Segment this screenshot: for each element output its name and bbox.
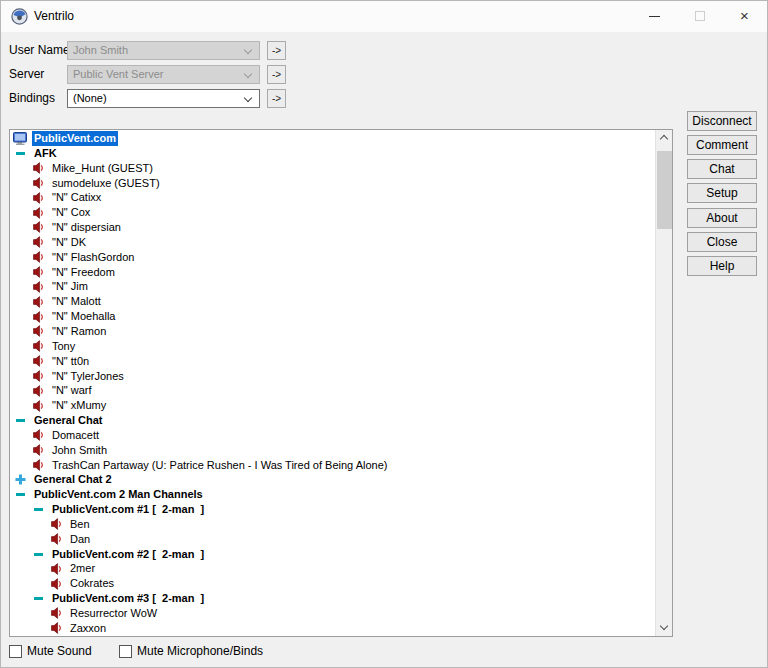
tree-item-channel[interactable]: General Chat: [10, 413, 655, 428]
scrollbar-thumb[interactable]: [657, 151, 672, 229]
speaker-icon: [31, 236, 46, 248]
tree-item-user[interactable]: Mike_Hunt (GUEST): [10, 161, 655, 176]
tree-item-user[interactable]: "N" FlashGordon: [10, 250, 655, 265]
speaker-icon: [31, 221, 46, 233]
tree-item-user[interactable]: TrashCan Partaway (U: Patrice Rushen - I…: [10, 458, 655, 473]
bindings-edit-button[interactable]: ->: [267, 89, 286, 108]
tree-item-label: Ben: [68, 517, 92, 532]
tree-item-label: Mike_Hunt (GUEST): [50, 161, 155, 176]
tree-item-user[interactable]: "N" TylerJones: [10, 369, 655, 384]
tree-item-user[interactable]: "N" DK: [10, 235, 655, 250]
collapse-icon[interactable]: [13, 489, 28, 500]
expand-icon[interactable]: [13, 474, 28, 485]
tree-item-label: sumodeluxe (GUEST): [50, 176, 162, 191]
speaker-icon: [49, 533, 64, 545]
scroll-up-icon[interactable]: [656, 130, 673, 146]
tree-item-label: "N" Freedom: [50, 265, 117, 280]
tree-item-label: "N" Ramon: [50, 324, 108, 339]
collapse-icon[interactable]: [13, 148, 28, 159]
speaker-icon: [49, 518, 64, 530]
speaker-icon: [31, 266, 46, 278]
tree-item-user[interactable]: "N" Jim: [10, 279, 655, 294]
tree-item-channel[interactable]: PublicVent.com 2 Man Channels: [10, 487, 655, 502]
tree-item-label: "N" Catixx: [50, 190, 103, 205]
tree-item-user[interactable]: "N" warf: [10, 383, 655, 398]
tree-item-label: PublicVent.com #3 [ 2-man ]: [50, 591, 206, 606]
tree-item-user[interactable]: "N" Ramon: [10, 324, 655, 339]
disconnect-button[interactable]: Disconnect: [687, 111, 757, 131]
help-button[interactable]: Help: [687, 256, 757, 276]
tree-item-user[interactable]: Ben: [10, 517, 655, 532]
comment-button[interactable]: Comment: [687, 135, 757, 155]
close-button[interactable]: ×: [722, 1, 767, 31]
about-button[interactable]: About: [687, 208, 757, 228]
mute-sound-checkbox[interactable]: [9, 645, 22, 658]
tree-item-user[interactable]: Cokrates: [10, 576, 655, 591]
tree-item-label: PublicVent.com #2 [ 2-man ]: [50, 547, 206, 562]
tree-item-user[interactable]: "N" Freedom: [10, 265, 655, 280]
scroll-down-icon[interactable]: [656, 620, 673, 636]
speaker-icon: [49, 622, 64, 634]
speaker-icon: [31, 355, 46, 367]
collapse-icon[interactable]: [31, 549, 46, 560]
collapse-icon[interactable]: [13, 415, 28, 426]
tree-item-user[interactable]: 2mer: [10, 561, 655, 576]
speaker-icon: [31, 207, 46, 219]
close-action-button[interactable]: Close: [687, 232, 757, 252]
tree-item-channel[interactable]: PublicVent.com #3 [ 2-man ]: [10, 591, 655, 606]
tree-item-channel[interactable]: PublicVent.com #1 [ 2-man ]: [10, 502, 655, 517]
tree-item-user[interactable]: Domacett: [10, 428, 655, 443]
tree-item-user[interactable]: Dan: [10, 532, 655, 547]
server-label: Server: [9, 65, 44, 84]
tree-item-label: "N" Cox: [50, 205, 92, 220]
collapse-icon[interactable]: [31, 504, 46, 515]
channel-tree-rows: PublicVent.comAFKMike_Hunt (GUEST)sumode…: [10, 131, 655, 636]
tree-item-label: PublicVent.com #1 [ 2-man ]: [50, 502, 206, 517]
tree-item-user[interactable]: Zaxxon: [10, 621, 655, 636]
chevron-down-icon: [244, 46, 252, 54]
tree-item-user[interactable]: "N" Cox: [10, 205, 655, 220]
tree-item-channel[interactable]: PublicVent.com #2 [ 2-man ]: [10, 547, 655, 562]
server-edit-button[interactable]: ->: [267, 65, 286, 84]
speaker-icon: [31, 281, 46, 293]
collapse-icon[interactable]: [31, 593, 46, 604]
setup-button[interactable]: Setup: [687, 183, 757, 203]
tree-item-server[interactable]: PublicVent.com: [10, 131, 655, 146]
server-row: Server Public Vent Server ->: [1, 65, 301, 84]
mute-sound-label: Mute Sound: [27, 644, 92, 658]
chat-button[interactable]: Chat: [687, 159, 757, 179]
tree-item-user[interactable]: John Smith: [10, 443, 655, 458]
channel-tree[interactable]: PublicVent.comAFKMike_Hunt (GUEST)sumode…: [9, 129, 673, 637]
tree-item-user[interactable]: Tony: [10, 339, 655, 354]
tree-item-user[interactable]: Resurrector WoW: [10, 606, 655, 621]
mute-microphone-checkbox[interactable]: [119, 645, 132, 658]
username-combobox[interactable]: John Smith: [67, 41, 260, 60]
tree-item-label: Tony: [50, 339, 77, 354]
speaker-icon: [31, 400, 46, 412]
tree-item-channel[interactable]: AFK: [10, 146, 655, 161]
bindings-row: Bindings (None) ->: [1, 89, 301, 108]
minimize-button[interactable]: [632, 1, 677, 31]
tree-item-user[interactable]: "N" xMumy: [10, 398, 655, 413]
username-row: User Name John Smith ->: [1, 41, 301, 60]
tree-item-user[interactable]: "N" Malott: [10, 294, 655, 309]
tree-item-label: "N" Malott: [50, 294, 103, 309]
tree-scrollbar[interactable]: [655, 130, 672, 636]
username-edit-button[interactable]: ->: [267, 41, 286, 60]
maximize-button[interactable]: [677, 1, 722, 31]
tree-item-channel_collapsed[interactable]: General Chat 2: [10, 472, 655, 487]
tree-item-label: John Smith: [50, 443, 109, 458]
chevron-down-icon: [244, 70, 252, 78]
tree-item-user[interactable]: "N" tt0n: [10, 354, 655, 369]
tree-item-label: "N" Jim: [50, 279, 90, 294]
tree-item-user[interactable]: sumodeluxe (GUEST): [10, 176, 655, 191]
tree-item-label: PublicVent.com 2 Man Channels: [32, 487, 205, 502]
tree-item-user[interactable]: "N" Catixx: [10, 190, 655, 205]
tree-item-user[interactable]: "N" Moehalla: [10, 309, 655, 324]
bindings-combobox[interactable]: (None): [67, 89, 260, 108]
server-combobox[interactable]: Public Vent Server: [67, 65, 260, 84]
tree-item-label: TrashCan Partaway (U: Patrice Rushen - I…: [50, 458, 389, 473]
tree-item-user[interactable]: "N" dispersian: [10, 220, 655, 235]
tree-item-label: General Chat 2: [32, 472, 114, 487]
username-label: User Name: [9, 41, 70, 60]
